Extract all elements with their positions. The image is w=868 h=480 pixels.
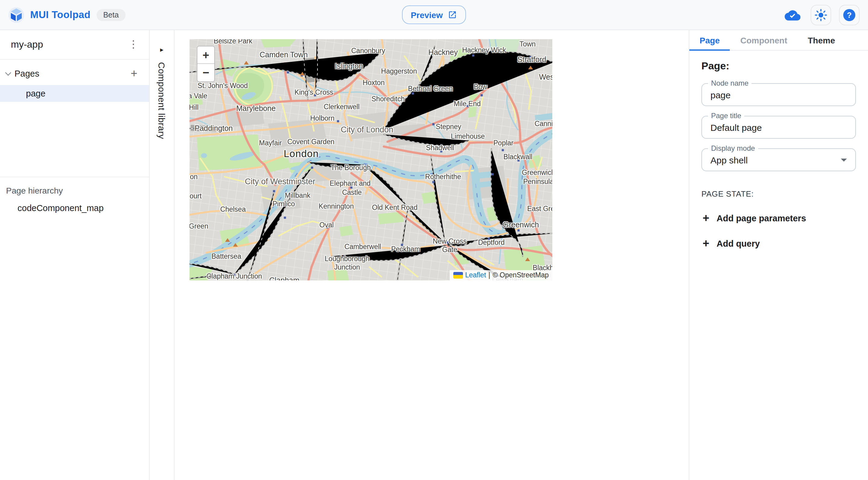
page-title-input[interactable] [710,122,847,132]
app-header: my-app ⋮ [0,30,149,60]
cloud-done-icon [785,9,800,21]
inspector-tabs: Page Component Theme [689,30,868,50]
help-button[interactable]: ? [839,4,860,25]
add-query-button[interactable]: + Add query [702,238,760,249]
component-library-strip[interactable]: ▸ Component library [150,30,175,480]
zoom-in-button[interactable]: + [197,46,214,64]
theme-toggle-button[interactable] [811,4,831,25]
display-mode-value: App shell [710,155,841,165]
map-tiles [189,39,552,280]
open-in-new-icon [448,10,457,19]
zoom-out-button[interactable]: − [197,64,214,81]
tab-page[interactable]: Page [689,30,730,50]
help-icon: ? [843,8,856,22]
attribution-separator: | [488,271,490,279]
toolpad-editor: MUI Toolpad Beta Preview [0,0,868,480]
plus-icon: + [703,213,709,224]
page-item-label: page [26,89,45,98]
app-menu-kebab-icon[interactable]: ⋮ [125,36,142,53]
editor-canvas: Belsize ParkCamden TownCanonburyHackneyH… [175,30,689,480]
tab-theme[interactable]: Theme [797,30,845,50]
plus-icon: + [703,238,709,249]
preview-button-label: Preview [411,10,443,20]
inspector-panel: Page Component Theme Page: Node name Pag… [689,30,868,480]
add-query-label: Add query [716,239,760,248]
chevron-down-icon[interactable] [5,70,11,76]
app-bar: MUI Toolpad Beta Preview [0,0,868,30]
leaflet-link[interactable]: Leaflet [465,271,486,279]
node-name-field: Node name [702,83,856,106]
display-mode-label: Display mode [708,145,758,152]
map-zoom-control: + − [197,46,215,82]
add-page-parameters-button[interactable]: + Add page parameters [702,213,806,224]
explorer-sidebar: my-app ⋮ Pages + page Page hierarchy cod… [0,30,150,480]
add-page-parameters-label: Add page parameters [716,213,806,223]
hierarchy-item-code-component-map[interactable]: codeComponent_map [0,195,149,213]
component-library-label: Component library [157,62,167,139]
sidebar-item-page[interactable]: page [0,85,149,102]
ukraine-flag-icon [453,272,463,278]
node-name-label: Node name [708,79,751,88]
add-page-button[interactable]: + [126,66,142,81]
page-hierarchy-title: Page hierarchy [0,177,149,195]
page-title-label: Page title [708,112,744,120]
beta-badge: Beta [97,9,125,21]
tab-component[interactable]: Component [730,30,798,50]
app-name: my-app [11,39,43,50]
brand-title: MUI Toolpad [30,9,91,21]
osm-attribution[interactable]: © OpenStreetMap [493,271,549,279]
brand: MUI Toolpad Beta [8,7,125,23]
svg-text:?: ? [847,10,852,19]
dropdown-caret-icon [841,158,847,161]
pages-section-header: Pages + [0,65,149,82]
page-state-heading: PAGE STATE: [702,190,856,198]
pages-section-label: Pages [14,69,39,78]
page-title-field: Page title [702,116,856,139]
page-heading: Page: [702,60,856,72]
theme-toggle-sun-icon [815,9,827,21]
deploy-status-button[interactable] [782,4,803,25]
toolpad-logo-icon [8,7,24,23]
preview-button[interactable]: Preview [402,5,466,24]
display-mode-select[interactable]: Display mode App shell [702,148,856,171]
map-attribution: Leaflet | © OpenStreetMap [450,270,552,280]
leaflet-map[interactable]: Belsize ParkCamden TownCanonburyHackneyH… [189,39,552,280]
node-name-input[interactable] [710,90,847,100]
expand-right-icon[interactable]: ▸ [160,46,163,54]
